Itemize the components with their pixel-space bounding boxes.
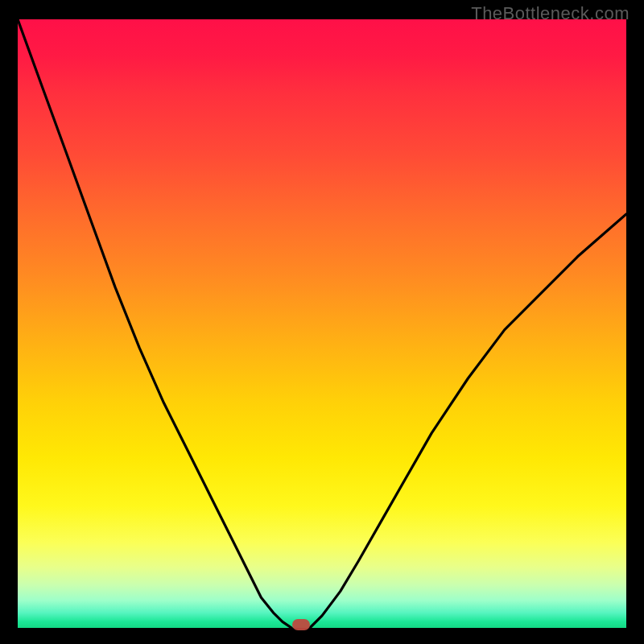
curve-left <box>18 19 291 628</box>
minimum-marker <box>292 619 310 630</box>
chart-container: TheBottleneck.com <box>0 0 644 644</box>
curve-right <box>310 214 626 628</box>
curve-layer <box>18 19 626 628</box>
plot-area <box>18 19 626 628</box>
